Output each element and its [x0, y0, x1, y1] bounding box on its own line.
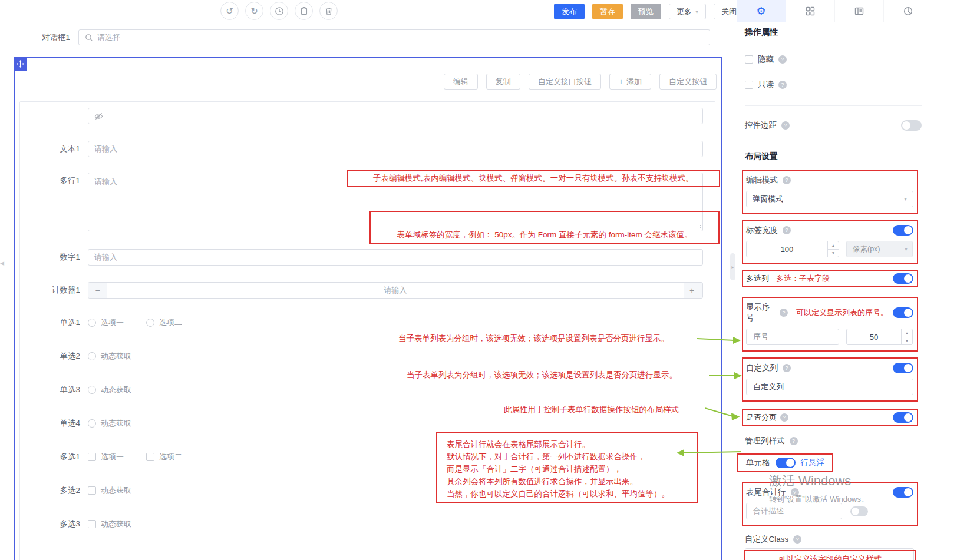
chevron-down-icon — [695, 9, 698, 15]
dialog-select[interactable]: 请选择 — [78, 29, 710, 45]
custom-button[interactable]: 自定义按钮 — [659, 74, 717, 90]
label-width-row: 标签宽度 — [746, 225, 913, 236]
number-input[interactable]: 请输入 — [88, 249, 703, 266]
tab-property-settings[interactable]: ⚙ — [737, 0, 786, 22]
multi-col-label: 多选列 — [746, 273, 769, 284]
index-title-input[interactable]: 序号 — [746, 329, 839, 345]
help-icon[interactable] — [783, 364, 791, 372]
help-icon[interactable] — [778, 81, 787, 89]
hold-button[interactable]: 暂存 — [592, 4, 623, 19]
decrement-button[interactable] — [88, 283, 107, 298]
field-label: 数字1 — [20, 249, 88, 266]
custom-api-button[interactable]: 自定义接口按钮 — [529, 74, 601, 90]
properties-panel: 操作属性 隐藏 只读 控件边距 布局设置 编辑模式 — [737, 22, 980, 560]
preview-button[interactable]: 预览 — [631, 4, 661, 19]
label-width-label: 标签宽度 — [746, 225, 778, 236]
help-icon[interactable] — [790, 437, 798, 445]
checkbox-option[interactable]: 选项一 — [88, 452, 124, 462]
hidden-checkbox[interactable] — [745, 55, 753, 64]
widget-margin-row: 控件边距 — [745, 120, 922, 131]
help-icon[interactable] — [793, 535, 801, 544]
form-canvas: 对话框1 请选择 编辑 复制 自定义接口按钮 添加 自定义按钮 — [5, 22, 737, 560]
undo-button[interactable]: ↺ — [220, 2, 239, 20]
number-stepper — [827, 241, 839, 257]
left-panel-collapse-handle[interactable] — [0, 254, 8, 272]
textarea-input[interactable]: 请输入 — [88, 173, 703, 231]
checkbox-option[interactable]: 动态获取 — [88, 519, 131, 529]
pagination-toggle[interactable] — [893, 412, 913, 423]
pagination-group: 是否分页 — [742, 409, 918, 426]
delete-button[interactable] — [319, 2, 338, 20]
custom-col-input[interactable]: 自定义列 — [746, 379, 913, 395]
history-button[interactable] — [270, 2, 288, 20]
unit-select[interactable]: 像素(px) — [846, 241, 913, 257]
clock-icon — [275, 6, 284, 16]
form-field-row: 文本1 请输入 — [20, 141, 715, 157]
custom-class-input[interactable]: 可以定义该字段的自定义样式 — [745, 548, 914, 560]
footer-total-group: 表尾合计行 合计描述 — [742, 482, 918, 526]
cell-style-right-label: 行悬浮 — [801, 458, 825, 468]
stepper-down-icon[interactable] — [828, 250, 839, 257]
redo-button[interactable]: ↻ — [245, 2, 263, 20]
readonly-checkbox[interactable] — [745, 81, 753, 89]
chevron-down-icon — [904, 196, 907, 202]
tab-form-structure[interactable] — [834, 0, 883, 22]
drag-handle[interactable] — [14, 57, 27, 71]
tab-components[interactable] — [786, 0, 834, 22]
publish-button[interactable]: 发布 — [554, 4, 585, 19]
clipboard-button[interactable] — [295, 2, 313, 20]
label-width-toggle[interactable] — [893, 225, 913, 236]
section-layout-title: 布局设置 — [745, 151, 922, 162]
add-button[interactable]: 添加 — [609, 74, 651, 90]
selected-subform-block[interactable]: 编辑 复制 自定义接口按钮 添加 自定义按钮 文本1 请输入 — [14, 57, 722, 560]
help-icon[interactable] — [778, 55, 787, 64]
multi-col-note: 多选：子表字段 — [776, 273, 830, 284]
edit-mode-select[interactable]: 弹窗模式 — [746, 191, 913, 207]
total-desc-input[interactable]: 合计描述 — [746, 503, 842, 519]
show-index-group: 显示序号 可以定义显示列表的序号。 序号 50 — [742, 297, 918, 352]
more-button[interactable]: 更多 — [669, 4, 706, 19]
field-label: 文本1 — [20, 141, 88, 157]
password-input[interactable] — [88, 108, 703, 124]
custom-col-toggle[interactable] — [893, 363, 913, 373]
tab-theme[interactable] — [883, 0, 932, 22]
help-icon[interactable] — [783, 176, 791, 184]
help-icon[interactable] — [791, 488, 799, 496]
show-index-toggle[interactable] — [893, 307, 913, 318]
multi-col-toggle[interactable] — [893, 273, 913, 284]
total-desc-toggle[interactable] — [850, 506, 868, 516]
copy-button[interactable]: 复制 — [486, 74, 520, 90]
radio-option[interactable]: 选项二 — [146, 317, 182, 328]
right-panel-collapse-handle[interactable] — [730, 253, 735, 280]
checkbox-icon — [146, 453, 154, 461]
checkbox-option[interactable]: 动态获取 — [88, 485, 131, 496]
form-field-row: 单选3 动态获取 — [20, 383, 715, 397]
help-icon[interactable] — [780, 413, 788, 422]
index-width-number-input[interactable]: 50 — [846, 329, 913, 345]
counter-value[interactable]: 请输入 — [107, 283, 684, 298]
edit-button[interactable]: 编辑 — [444, 74, 478, 90]
text-input[interactable]: 请输入 — [88, 141, 703, 157]
radio-option[interactable]: 动态获取 — [88, 385, 131, 395]
radio-option[interactable]: 动态获取 — [88, 418, 131, 429]
increment-button[interactable] — [684, 283, 702, 298]
help-icon[interactable] — [781, 121, 790, 130]
form-field-row: 单选2 动态获取 — [20, 349, 715, 363]
checkbox-option[interactable]: 选项二 — [146, 452, 182, 462]
layout-icon — [854, 6, 864, 16]
field-label: 多选3 — [20, 517, 88, 531]
help-icon[interactable] — [783, 226, 791, 234]
resize-handle-icon[interactable] — [696, 224, 701, 230]
stepper-up-icon[interactable] — [902, 329, 912, 337]
help-icon[interactable] — [780, 309, 788, 317]
form-field-row: 多选2 动态获取 — [20, 483, 715, 498]
stepper-up-icon[interactable] — [828, 241, 839, 250]
radio-option[interactable]: 选项一 — [88, 317, 124, 328]
radio-option[interactable]: 动态获取 — [88, 351, 131, 362]
footer-total-toggle[interactable] — [893, 487, 913, 498]
stepper-down-icon[interactable] — [902, 337, 912, 345]
cell-style-toggle[interactable] — [776, 458, 796, 468]
widget-margin-toggle[interactable] — [901, 120, 922, 131]
readonly-option-row: 只读 — [745, 79, 922, 90]
label-width-number-input[interactable]: 100 — [746, 241, 839, 257]
